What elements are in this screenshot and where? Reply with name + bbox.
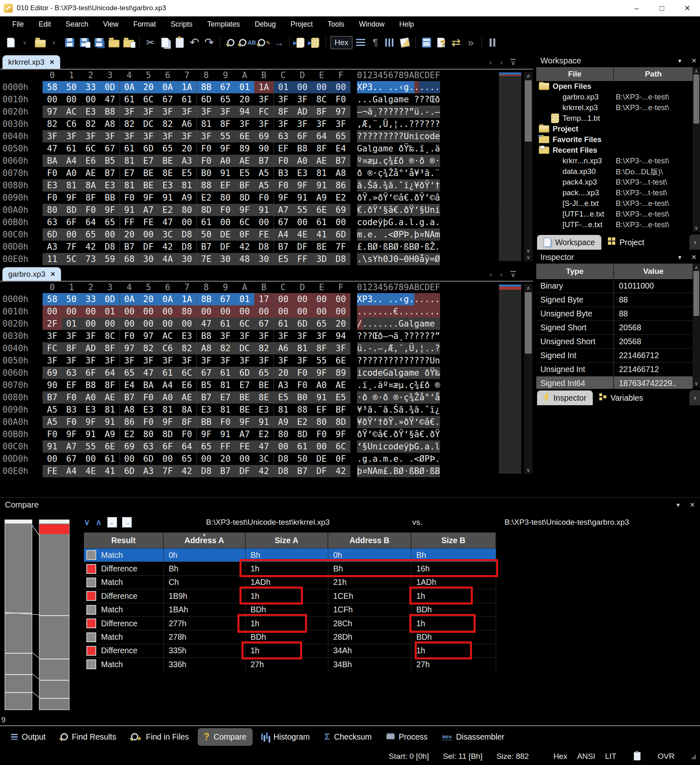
hex-byte[interactable]: 67 — [62, 453, 81, 465]
hex-byte[interactable]: E5 — [273, 253, 293, 265]
ascii-char[interactable]: ä — [435, 142, 440, 155]
workspace-item-garbro.xp3[interactable]: garbro.xp3B:\XP3-...e-test\ — [536, 92, 693, 102]
ascii-char[interactable]: . — [357, 253, 362, 265]
ascii-char[interactable]: ¨ — [435, 167, 440, 179]
ascii-char[interactable]: ã — [414, 404, 420, 416]
hex-byte[interactable]: 8F — [100, 342, 120, 354]
workspace-item-krkrrel.xp3[interactable]: krkrrel.xp3B:\XP3-...e-test\ — [536, 102, 693, 113]
hex-byte[interactable]: 64 — [100, 367, 120, 379]
ascii-char[interactable]: © — [373, 428, 378, 440]
ascii-char[interactable]: º — [383, 379, 388, 391]
hex-byte[interactable]: 42 — [331, 465, 350, 477]
hex-byte[interactable]: A8 — [331, 167, 350, 179]
hex-byte[interactable]: DF — [216, 241, 235, 253]
ascii-char[interactable]: U — [404, 130, 409, 142]
hex-byte[interactable]: B7 — [100, 167, 120, 179]
ascii-char[interactable]: â — [414, 428, 420, 440]
hex-byte[interactable]: E6 — [81, 155, 100, 167]
goto-icon[interactable]: → — [272, 35, 285, 50]
ascii-char[interactable]: . — [393, 81, 399, 93]
hex-byte[interactable]: F0 — [216, 416, 235, 428]
hex-byte[interactable]: 42 — [177, 465, 196, 477]
ascii-char[interactable]: Ø — [419, 465, 425, 477]
ascii-char[interactable]: X — [357, 81, 362, 93]
ascii-char[interactable]: . — [414, 142, 420, 155]
ascii-char[interactable]: . — [362, 318, 368, 330]
hex-byte[interactable]: 8A — [81, 179, 100, 192]
column-header-address-b[interactable]: Address B — [328, 533, 411, 548]
hex-byte[interactable]: 00 — [273, 440, 293, 453]
ascii-char[interactable]: ? — [383, 354, 388, 367]
hex-byte[interactable]: 00 — [273, 293, 293, 305]
hex-byte[interactable]: 7E — [196, 253, 216, 265]
hex-byte[interactable]: 8D — [158, 428, 177, 440]
workspace-close-icon[interactable]: ✕ — [691, 57, 697, 65]
hex-byte[interactable]: 20 — [235, 93, 254, 106]
ascii-char[interactable]: . — [373, 342, 378, 354]
hex-byte[interactable]: 47 — [100, 93, 120, 106]
hex-byte[interactable]: 3F — [120, 354, 139, 367]
ascii-char[interactable]: ¸ — [425, 142, 430, 155]
hex-byte[interactable]: EF — [273, 142, 293, 155]
hex-byte[interactable]: 81 — [196, 118, 216, 130]
ascii-char[interactable]: ‰ — [409, 142, 414, 155]
hex-byte[interactable]: 6D — [293, 318, 312, 330]
ascii-char[interactable]: Ž — [414, 391, 420, 404]
tab-overflow-icon[interactable]: › — [689, 390, 700, 405]
hex-byte[interactable]: 8F — [81, 192, 100, 204]
ascii-char[interactable]: ¾ — [383, 179, 388, 192]
column-header-size-a[interactable]: Size A — [246, 533, 328, 548]
hex-byte[interactable]: 58 — [43, 81, 62, 93]
hex-byte[interactable]: B7 — [120, 391, 139, 404]
workspace-item-[UTF-...e.txt[interactable]: [UTF-...e.txtB:\XP3-...e-test\ — [536, 219, 693, 230]
hex-byte[interactable]: A7 — [139, 204, 158, 216]
ascii-char[interactable]: ß — [383, 241, 388, 253]
hex-byte[interactable]: FC — [43, 342, 62, 354]
ascii-char[interactable]: ‘ — [367, 428, 373, 440]
hex-byte[interactable]: 30 — [254, 253, 273, 265]
hex-byte[interactable]: DE — [312, 453, 331, 465]
hex-byte[interactable]: 8F — [100, 379, 120, 391]
hex-byte[interactable]: E5 — [235, 167, 254, 179]
hex-byte[interactable]: A5 — [254, 167, 273, 179]
ascii-char[interactable]: € — [383, 428, 388, 440]
ascii-char[interactable]: þ — [357, 465, 362, 477]
hex-byte[interactable]: A4 — [158, 379, 177, 391]
hex-byte[interactable]: 97 — [331, 106, 350, 118]
hex-byte[interactable]: BA — [139, 379, 158, 391]
hex-byte[interactable]: 3F — [177, 130, 196, 142]
hex-byte[interactable]: FE — [139, 216, 158, 228]
ascii-char[interactable]: - — [425, 106, 430, 118]
ascii-char[interactable]: ¤ — [362, 155, 368, 167]
ascii-char[interactable]: Ø — [414, 241, 420, 253]
hex-byte[interactable]: A4 — [62, 155, 81, 167]
ascii-char[interactable]: m — [435, 228, 440, 241]
ascii-char[interactable]: ð — [404, 204, 409, 216]
file-tab-krkrrel.xp3[interactable]: krkrrel.xp3✕ — [2, 55, 60, 69]
hex-byte[interactable]: 6F — [62, 216, 81, 228]
inspector-close-icon[interactable]: ✕ — [691, 253, 697, 261]
hex-byte[interactable]: 82 — [216, 342, 235, 354]
ascii-char[interactable]: . — [430, 167, 435, 179]
ascii-char[interactable]: d — [367, 216, 373, 228]
hex-byte[interactable]: 67 — [100, 142, 120, 155]
hex-byte[interactable]: B3 — [62, 404, 81, 416]
hex-byte[interactable]: F0 — [43, 192, 62, 204]
ascii-char[interactable]: ? — [425, 118, 430, 130]
ascii-char[interactable]: \ — [362, 253, 368, 265]
hex-byte[interactable]: 00 — [196, 305, 216, 318]
hex-byte[interactable]: 00 — [62, 305, 81, 318]
ascii-char[interactable]: ¾ — [409, 391, 414, 404]
hex-byte[interactable]: 00 — [331, 305, 350, 318]
ascii-char[interactable]: a — [419, 318, 425, 330]
pause-icon[interactable] — [486, 35, 499, 50]
hex-byte[interactable]: 61 — [196, 216, 216, 228]
ascii-char[interactable]: ã — [399, 404, 404, 416]
hex-byte[interactable]: 00 — [293, 293, 312, 305]
copy-icon[interactable] — [158, 35, 172, 50]
ascii-char[interactable]: . — [388, 404, 393, 416]
hex-byte[interactable]: 6E — [331, 354, 350, 367]
hex-byte[interactable]: B3 — [273, 167, 293, 179]
clipboard-icon[interactable] — [634, 752, 641, 760]
bottom-tab-find-in-files[interactable]: ★Find in Files — [125, 729, 195, 745]
